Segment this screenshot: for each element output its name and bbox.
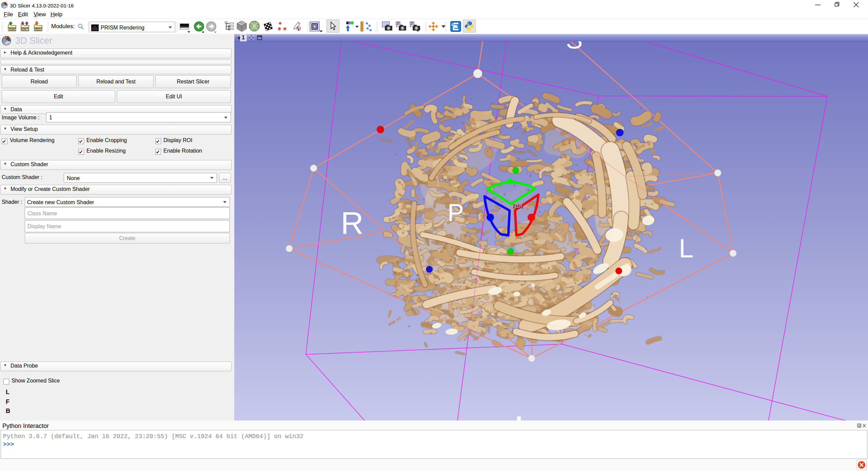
svg-text:DATA: DATA xyxy=(8,28,16,31)
svg-text:R: R xyxy=(341,205,363,241)
svg-text:P: P xyxy=(448,199,464,226)
svg-text:SAVE: SAVE xyxy=(34,28,42,31)
svg-text:S: S xyxy=(566,41,583,54)
svg-text:L: L xyxy=(679,233,693,263)
svg-text:DCM: DCM xyxy=(21,28,28,31)
svg-text:ROI: ROI xyxy=(512,203,522,209)
